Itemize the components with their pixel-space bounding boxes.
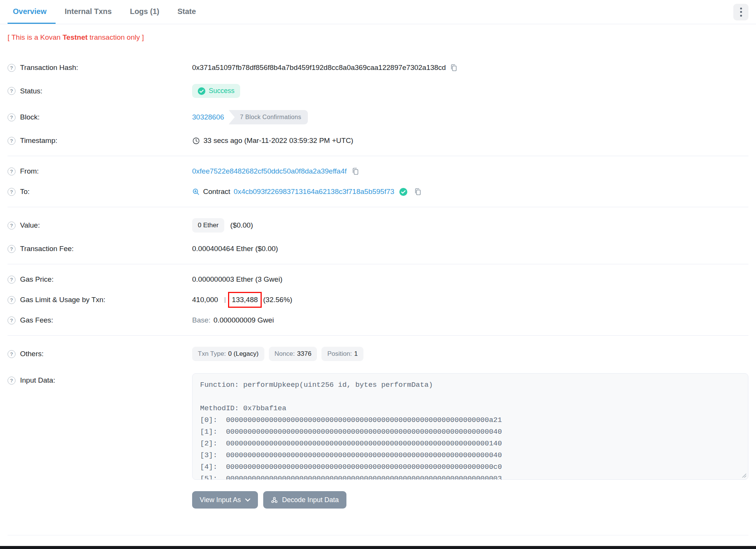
base-fee-label: Base: [192,316,211,324]
help-icon[interactable]: ? [8,377,16,385]
from-label: ? From: [8,167,192,175]
button-label: Decode Input Data [282,496,339,504]
testnet-notice-bold: Testnet [62,33,87,41]
testnet-notice-prefix: [ This is a Kovan [8,33,62,41]
copy-icon [351,167,360,175]
decode-icon [271,496,278,504]
testnet-notice-suffix: transaction only ] [88,33,144,41]
help-icon[interactable]: ? [8,167,16,175]
label-text: Gas Fees: [20,316,53,324]
input-data-line [200,391,740,403]
transaction-hash-value: 0x371a51097fb78df856f8b4a7bd459f192d8cc8… [192,64,446,72]
more-options-button[interactable] [733,4,748,20]
timestamp-value: 33 secs ago (Mar-11-2022 03:59:32 PM +UT… [203,136,353,145]
zoom-in-icon[interactable] [192,188,200,195]
transaction-hash-label: ? Transaction Hash: [8,64,192,72]
overview-content: ? Transaction Hash: 0x371a51097fb78df856… [0,57,756,509]
status-text: Success [209,87,234,95]
input-data-line: [3]: 00000000000000000000000000000000000… [200,450,740,461]
copy-icon [414,188,422,196]
chevron-down-icon [245,498,250,502]
row-to: ? To: Contract 0x4cb093f226983713164a621… [8,181,748,202]
check-circle-icon [198,87,205,95]
others-badges: Txn Type: 0 (Legacy) Nonce: 3376 Positio… [192,347,363,361]
help-icon[interactable]: ? [8,222,16,230]
help-icon[interactable]: ? [8,276,16,284]
status-label: ? Status: [8,87,192,95]
view-input-as-button[interactable]: View Input As [192,491,258,509]
badge-value: 1 [354,350,358,358]
label-text: Gas Limit & Usage by Txn: [20,296,106,304]
input-data-line: Function: performUpkeep(uint256 id, byte… [200,379,740,391]
label-text: Timestamp: [20,136,57,145]
testnet-notice: [ This is a Kovan Testnet transaction on… [8,33,748,42]
help-icon[interactable]: ? [8,350,16,358]
value-label: ? Value: [8,221,192,230]
gas-used-percent: (32.56%) [263,296,292,304]
help-icon[interactable]: ? [8,64,16,72]
input-data-line: [2]: 00000000000000000000000000000000000… [200,438,740,450]
help-icon[interactable]: ? [8,113,16,121]
label-text: To: [20,188,29,196]
timestamp-label: ? Timestamp: [8,136,192,145]
section-divider [8,335,748,336]
copy-from-address-button[interactable] [351,167,360,175]
row-input-data: ? Input Data: Function: performUpkeep(ui… [8,367,748,486]
section-divider [8,207,748,207]
label-text: Gas Price: [20,275,54,284]
tab-logs[interactable]: Logs (1) [121,0,168,24]
badge-value: 0 (Legacy) [228,350,258,358]
to-label: ? To: [8,188,192,196]
to-address-link[interactable]: 0x4cb093f226983713164a62138c3f718a5b595f… [234,188,394,196]
label-text: Transaction Fee: [20,245,74,253]
tab-overview[interactable]: Overview [8,0,56,24]
block-confirmations-badge: 7 Block Confirmations [229,110,308,124]
label-text: Value: [20,221,40,230]
copy-icon [450,64,458,72]
input-data-line: [1]: 00000000000000000000000000000000000… [200,426,740,438]
help-icon[interactable]: ? [8,87,16,95]
tab-internal-txns[interactable]: Internal Txns [56,0,121,24]
help-icon[interactable]: ? [8,296,16,304]
ether-amount: 0 Ether [198,222,219,229]
badge-label: Txn Type: [198,350,226,358]
badge-label: Nonce: [275,350,295,358]
decode-input-data-button[interactable]: Decode Input Data [263,491,346,509]
help-icon[interactable]: ? [8,245,16,253]
block-number-link[interactable]: 30328606 [192,113,224,121]
help-icon[interactable]: ? [8,188,16,196]
transaction-fee-label: ? Transaction Fee: [8,245,192,253]
transaction-detail-page: Overview Internal Txns Logs (1) State [ … [0,0,756,549]
highlight-box: 133,488 [232,296,258,304]
input-data-label: ? Input Data: [8,376,192,385]
label-text: Block: [20,113,40,121]
row-block: ? Block: 30328606 7 Block Confirmations [8,104,748,130]
usd-value: ($0.00) [230,221,253,230]
gas-used-value: 133,488 [232,296,258,304]
gas-price-label: ? Gas Price: [8,275,192,284]
row-transaction-fee: ? Transaction Fee: 0.000400464 Ether ($0… [8,239,748,259]
gas-limit-usage-label: ? Gas Limit & Usage by Txn: [8,296,192,304]
kebab-icon [740,8,742,17]
label-text: Status: [20,87,42,95]
input-data-textarea[interactable]: Function: performUpkeep(uint256 id, byte… [192,373,748,480]
badge-value: 3376 [297,350,312,358]
label-text: Transaction Hash: [20,64,78,72]
gas-fees-label: ? Gas Fees: [8,316,192,324]
help-icon[interactable]: ? [8,316,16,324]
label-text: Input Data: [20,376,55,385]
copy-to-address-button[interactable] [414,188,422,196]
input-data-line: [4]: 00000000000000000000000000000000000… [200,461,740,473]
tab-state[interactable]: State [168,0,205,24]
help-icon[interactable]: ? [8,137,16,145]
resize-grip-icon[interactable] [741,473,747,478]
section-divider [8,156,748,156]
transaction-fee-value: 0.000400464 Ether ($0.00) [192,245,278,253]
footer-edge-bar [0,546,756,549]
copy-txhash-button[interactable] [450,64,458,72]
ether-value-badge: 0 Ether [192,218,224,233]
from-address-link[interactable]: 0xfee7522e8482682cf50ddc50a0f8da2a39effa… [192,167,347,175]
row-value: ? Value: 0 Ether ($0.00) [8,212,748,239]
row-timestamp: ? Timestamp: 33 secs ago (Mar-11-2022 03… [8,130,748,151]
clock-icon [192,137,200,145]
